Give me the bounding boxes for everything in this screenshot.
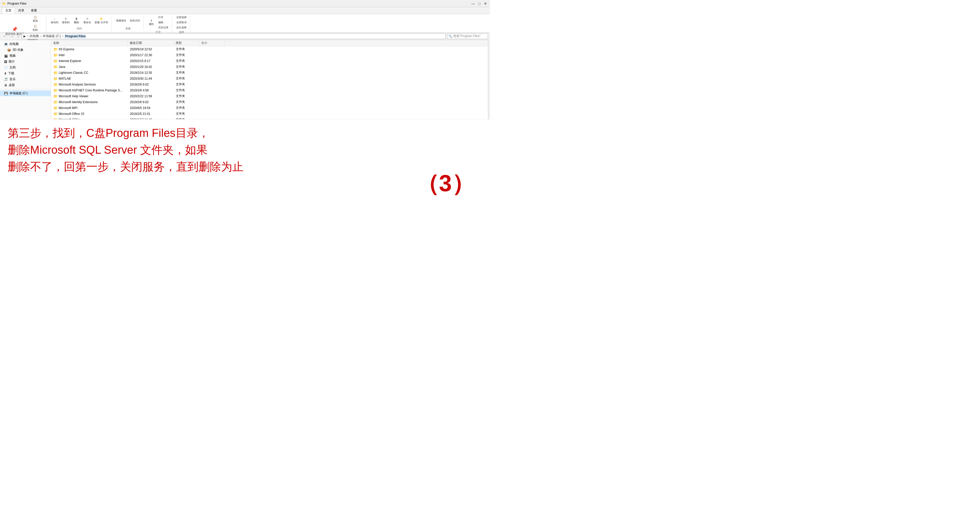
edit-button[interactable]: 编辑 xyxy=(157,20,170,25)
sidebar-item-documents[interactable]: 📄 文档 xyxy=(0,65,51,70)
file-type-cell: 文件夹 xyxy=(174,88,199,92)
sidebar-item-music[interactable]: 🎵 音乐 xyxy=(0,77,51,82)
easy-access-button[interactable]: 轻松访问 xyxy=(129,18,142,23)
file-name-cell: 📁 Microsoft Help Viewer xyxy=(51,94,128,98)
copy-button[interactable]: 📋 复制 xyxy=(26,15,44,24)
pin-icon: 📌 xyxy=(12,27,18,32)
table-row[interactable]: 📁 Microsoft SDKs 2020/1/17 11:48 文件夹 xyxy=(51,116,488,119)
col-type[interactable]: 类型 xyxy=(173,41,199,45)
table-row[interactable]: 📁 Microsoft MPI 2020/6/5 19:54 文件夹 xyxy=(51,105,488,111)
table-row[interactable]: 📁 Microsoft ASP.NET Core Runtime Package… xyxy=(51,87,488,93)
file-name-cell: 📁 Internet Explorer xyxy=(51,59,128,63)
rename-button[interactable]: ✏ 重命名 xyxy=(82,17,92,25)
new-item-button[interactable]: 新建项目 xyxy=(115,18,127,23)
move-button[interactable]: → 移动到 xyxy=(49,17,60,25)
desktop-icon: 🖥 xyxy=(4,83,7,87)
tab-home[interactable]: 主页 xyxy=(2,7,15,14)
select-all-button[interactable]: 全部选择 xyxy=(175,15,188,20)
file-type-cell: 文件夹 xyxy=(174,118,199,119)
path-segment-program-files[interactable]: Program Files xyxy=(65,35,86,38)
folder-icon: 📁 xyxy=(53,83,58,86)
table-row[interactable]: 📁 Internet Explorer 2020/2/15 8:17 文件夹 xyxy=(51,58,488,64)
sidebar-item-3d[interactable]: ▶ 📦 3D 对象 xyxy=(0,47,51,53)
table-row[interactable]: 📁 Intel 2020/1/17 22:30 文件夹 xyxy=(51,52,488,58)
file-type-cell: 文件夹 xyxy=(174,70,199,75)
restore-button[interactable]: □ xyxy=(477,1,482,6)
table-row[interactable]: 📁 Microsoft Office 15 2019/2/5 21:01 文件夹 xyxy=(51,111,488,116)
sidebar-item-local-disk[interactable]: 💾 本地磁盘 (C:) xyxy=(0,90,51,96)
move-icon: → xyxy=(53,18,56,20)
invert-button[interactable]: 反向选择 xyxy=(175,25,188,30)
close-button[interactable]: ✕ xyxy=(483,1,488,6)
address-path[interactable]: ▶ > 此电脑 > 本地磁盘 (C:) > Program Files xyxy=(22,33,445,39)
table-row[interactable]: 📁 Microsoft Identity Extensions 2019/2/6… xyxy=(51,99,488,105)
up-button[interactable]: ↑ xyxy=(16,34,20,39)
file-name: MATLAB xyxy=(59,77,71,80)
delete-button[interactable]: 🗑 删除 xyxy=(72,17,81,25)
ribbon-group-select: 全部选择 全部取消 反向选择 选择 xyxy=(173,15,190,34)
file-list-container: 名称 修改日期 类型 大小 📁 IIS Express 2020/5/19 22… xyxy=(51,40,488,119)
history-button[interactable]: 历史记录 xyxy=(157,25,170,30)
file-name: Microsoft Analysis Services xyxy=(59,83,96,86)
properties-icon: ℹ xyxy=(151,19,152,22)
file-name: Lightroom Classic CC xyxy=(59,71,88,75)
sidebar-item-desktop[interactable]: 🖥 桌面 xyxy=(0,82,51,88)
sidebar: 💻 此电脑 ▶ 📦 3D 对象 🎬 视频 🖼 图片 📄 文档 ⬇ 下载 🎵 音乐 xyxy=(0,40,51,119)
file-date-cell: 2020/3/30 11:44 xyxy=(128,77,174,80)
open-button[interactable]: 打开 xyxy=(157,15,170,20)
forward-button[interactable]: → xyxy=(9,34,15,39)
open-buttons: ℹ 属性 打开 编辑 历史记录 xyxy=(147,15,170,30)
file-date-cell: 2020/1/20 16:42 xyxy=(128,65,174,69)
scroll-indicator[interactable] xyxy=(488,40,490,119)
file-date-cell: 2020/2/22 11:59 xyxy=(128,94,174,98)
file-date-cell: 2019/2/6 4:58 xyxy=(128,89,174,92)
window-title: Program Files xyxy=(7,2,27,5)
table-row[interactable]: 📁 MATLAB 2020/3/30 11:44 文件夹 xyxy=(51,76,488,81)
tab-view[interactable]: 查看 xyxy=(27,7,40,14)
file-type-cell: 文件夹 xyxy=(174,65,199,69)
deselect-button[interactable]: 全部取消 xyxy=(175,20,188,25)
sidebar-item-video[interactable]: 🎬 视频 xyxy=(0,53,51,59)
minimize-button[interactable]: — xyxy=(471,1,476,6)
file-name: Microsoft MPI xyxy=(59,106,77,110)
paste-icon: 📋 xyxy=(34,25,37,27)
table-row[interactable]: 📁 Lightroom Classic CC 2019/2/14 12:35 文… xyxy=(51,70,488,76)
table-row[interactable]: 📁 Microsoft Analysis Services 2019/2/6 6… xyxy=(51,81,488,87)
address-bar: ← → ↑ ▶ > 此电脑 > 本地磁盘 (C:) > Program File… xyxy=(0,32,490,40)
open-right: 打开 编辑 历史记录 xyxy=(157,15,170,30)
path-segment-0[interactable]: ▶ xyxy=(24,35,26,38)
file-type-cell: 文件夹 xyxy=(174,47,199,51)
file-name-cell: 📁 Lightroom Classic CC xyxy=(51,71,128,75)
file-date-cell: 2019/2/14 12:35 xyxy=(128,71,174,75)
file-date-cell: 2020/2/15 8:17 xyxy=(128,59,174,63)
paste-button[interactable]: 📋 粘贴 xyxy=(26,24,44,32)
back-button[interactable]: ← xyxy=(2,34,8,39)
select-col: 全部选择 全部取消 反向选择 xyxy=(175,15,188,30)
copy-to-button[interactable]: ⎘ 复制到 xyxy=(61,17,71,25)
new-folder-button[interactable]: 📁 新建 文件夹 xyxy=(94,17,110,25)
table-row[interactable]: 📁 IIS Express 2020/5/19 22:52 文件夹 xyxy=(51,46,488,52)
sidebar-item-this-pc[interactable]: 💻 此电脑 xyxy=(0,41,51,47)
col-date[interactable]: 修改日期 xyxy=(127,41,173,45)
search-placeholder: 搜索"Program Files" xyxy=(453,34,480,38)
sidebar-item-pictures[interactable]: 🖼 图片 xyxy=(0,59,51,65)
file-name-cell: 📁 IIS Express xyxy=(51,47,128,51)
table-row[interactable]: 📁 Java 2020/1/20 16:42 文件夹 xyxy=(51,64,488,70)
tab-share[interactable]: 共享 xyxy=(15,7,27,14)
sidebar-divider xyxy=(0,89,51,89)
properties-button[interactable]: ℹ 属性 xyxy=(147,18,156,27)
path-segment-this-pc[interactable]: 此电脑 xyxy=(30,34,39,38)
file-date-cell: 2020/5/19 22:52 xyxy=(128,48,174,51)
rename-icon: ✏ xyxy=(86,18,88,20)
sidebar-item-downloads[interactable]: ⬇ 下载 xyxy=(0,70,51,77)
folder-icon: 📁 xyxy=(53,100,58,104)
this-pc-icon: 💻 xyxy=(4,42,8,46)
col-size[interactable]: 大小 xyxy=(199,41,224,45)
path-segment-c[interactable]: 本地磁盘 (C:) xyxy=(43,34,61,38)
table-row[interactable]: 📁 Microsoft Help Viewer 2020/2/22 11:59 … xyxy=(51,93,488,99)
file-name-cell: 📁 Microsoft ASP.NET Core Runtime Package… xyxy=(51,88,128,92)
col-name[interactable]: 名称 xyxy=(51,41,127,45)
search-box[interactable]: 🔍 搜索"Program Files" xyxy=(447,33,488,39)
new-label: 新建 xyxy=(126,26,130,30)
organize-buttons: → 移动到 ⎘ 复制到 🗑 删除 ✏ 重命名 📁 新建 文件夹 xyxy=(49,15,110,26)
